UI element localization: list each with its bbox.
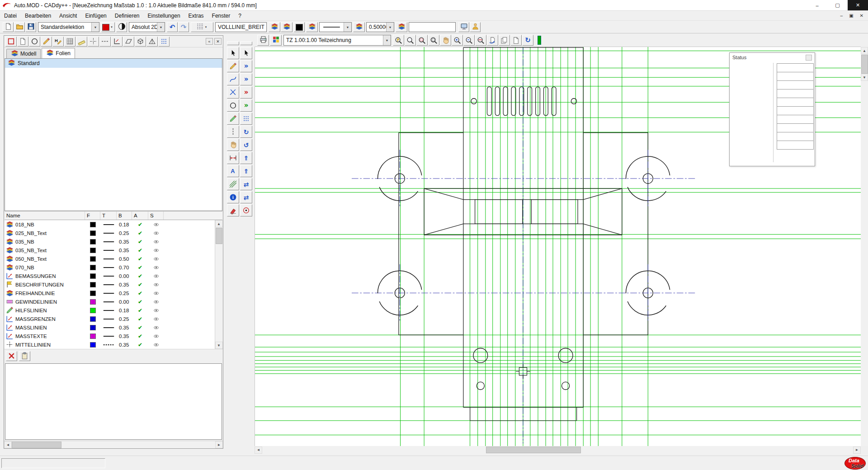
fill-mode-button[interactable]	[116, 22, 127, 32]
layer-manager-button[interactable]	[269, 22, 280, 32]
move-green-icon[interactable]: »	[240, 99, 252, 112]
print-button[interactable]	[257, 35, 269, 46]
circle-tool-icon[interactable]	[227, 99, 239, 112]
layer-visible-eye-icon[interactable]	[148, 254, 164, 263]
canvas-hscrollbar[interactable]: ◄ ►	[255, 446, 861, 454]
layer-row[interactable]: FREIHANDLINIE0.25✔	[5, 289, 215, 297]
name-field[interactable]	[409, 22, 456, 32]
layer-row[interactable]: 070_NB0.70✔	[5, 263, 215, 272]
zoom-page-icon[interactable]	[428, 35, 439, 46]
layer-color-swatch[interactable]	[90, 342, 96, 348]
layer-visible-eye-icon[interactable]	[148, 220, 164, 229]
pencil-h-icon[interactable]: H	[52, 37, 64, 47]
layer-visible-eye-icon[interactable]	[148, 280, 164, 289]
coordinate-mode-combo[interactable]: Absolut 2D▼	[129, 22, 165, 32]
redraw-icon[interactable]: ↻	[522, 35, 533, 46]
circle-tool-icon[interactable]	[29, 37, 40, 47]
palette-button[interactable]	[270, 35, 282, 46]
layer-color-swatch[interactable]	[90, 222, 96, 227]
layer-visible-eye-icon[interactable]	[148, 340, 164, 349]
prism-icon[interactable]	[146, 37, 158, 47]
layer-color-swatch[interactable]	[90, 316, 96, 322]
move-red-icon[interactable]: »	[240, 86, 252, 99]
zoom-dynamic-icon[interactable]	[405, 35, 416, 46]
layer-active-check-icon[interactable]: ✔	[132, 272, 148, 280]
scrollbar-thumb[interactable]	[486, 446, 581, 453]
line-tool-icon[interactable]	[227, 86, 239, 99]
linestyle-combo[interactable]: ▼	[319, 22, 352, 32]
select2-cursor-icon[interactable]	[240, 47, 252, 59]
layer-active-check-icon[interactable]: ✔	[132, 289, 148, 297]
pen-color-button[interactable]: ▼	[101, 22, 115, 32]
layer-color-swatch[interactable]	[90, 265, 96, 270]
layer-active-check-icon[interactable]: ✔	[132, 237, 148, 246]
layer-row[interactable]: BESCHRIFTUNGEN0.35✔	[5, 280, 215, 289]
freehand-pencil-icon[interactable]	[227, 113, 239, 125]
layer-color-swatch[interactable]	[90, 248, 96, 253]
grid-settings-button[interactable]: ▼	[191, 22, 213, 32]
construction-line-icon[interactable]	[227, 126, 239, 138]
select-frame-icon[interactable]	[5, 37, 17, 47]
raster-dots-icon[interactable]	[158, 37, 170, 47]
layer-active-check-icon[interactable]: ✔	[132, 280, 148, 289]
rotate-cw-icon[interactable]: ↻	[240, 126, 252, 138]
layer-current-button[interactable]	[396, 22, 407, 32]
layer-active-check-icon[interactable]: ✔	[132, 254, 148, 263]
layer-active-check-icon[interactable]: ✔	[132, 340, 148, 349]
layer-color-swatch[interactable]	[90, 334, 96, 339]
layer-table-scrollbar[interactable]: ▲ ▼	[215, 220, 222, 349]
menu-fenster[interactable]: Fenster	[208, 11, 235, 20]
col-header-f[interactable]: F	[85, 212, 100, 220]
layer-color-swatch[interactable]	[90, 308, 96, 313]
axis-cross-icon[interactable]	[88, 37, 99, 47]
scroll-right-icon[interactable]: ►	[853, 446, 861, 454]
scrollbar-thumb[interactable]	[216, 228, 222, 244]
workstation-button[interactable]	[458, 22, 469, 32]
dock-hscrollbar[interactable]: ◄ ►	[4, 441, 223, 448]
dim-dash-icon[interactable]	[99, 37, 111, 47]
col-header-b[interactable]: B	[117, 212, 132, 220]
layer-row[interactable]: 035_NB_Text0.35✔	[5, 246, 215, 254]
mdi-restore-button[interactable]: ▣	[849, 13, 853, 18]
scroll-down-icon[interactable]: ▼	[861, 74, 868, 81]
layer-active-check-icon[interactable]: ✔	[132, 220, 148, 229]
tab-folien[interactable]: Folien	[42, 48, 75, 58]
close-button[interactable]: ✕	[848, 0, 868, 10]
mdi-minimize-button[interactable]: –	[840, 13, 843, 18]
layer-active-check-icon[interactable]: ✔	[132, 229, 148, 237]
stretch-h-icon[interactable]: ⇄	[240, 178, 252, 190]
ruler-icon[interactable]	[76, 37, 87, 47]
move-right-alt-icon[interactable]: »	[240, 73, 252, 85]
sheet-rotate-icon[interactable]	[487, 35, 498, 46]
clipboard-icon[interactable]	[19, 351, 30, 361]
layer-row[interactable]: MITTELLINIEN0.35✔	[5, 340, 215, 349]
layer-row[interactable]: 050_NB_Text0.50✔	[5, 254, 215, 263]
layer-active-check-icon[interactable]: ✔	[132, 297, 148, 306]
layer-select-button[interactable]	[306, 22, 318, 32]
edit-pencil-icon[interactable]	[41, 37, 52, 47]
layer-active-check-icon[interactable]: ✔	[132, 315, 148, 323]
layer-color-swatch[interactable]	[90, 282, 96, 287]
pan-hand-icon[interactable]	[440, 35, 451, 46]
layer-active-check-icon[interactable]: ✔	[132, 323, 148, 332]
eraser-icon[interactable]	[227, 204, 239, 216]
layer-row[interactable]: GEWINDELINIEN0.00✔	[5, 297, 215, 306]
linewidth-combo[interactable]: 0.500000▼	[366, 22, 394, 32]
layer-visible-eye-icon[interactable]	[148, 263, 164, 272]
layer-color-swatch[interactable]	[90, 291, 96, 296]
layer-visible-eye-icon[interactable]	[148, 315, 164, 323]
minimize-button[interactable]: –	[807, 0, 827, 10]
layer-active-check-icon[interactable]: ✔	[132, 263, 148, 272]
layer-visible-eye-icon[interactable]	[148, 323, 164, 332]
snap-grid-icon[interactable]	[240, 113, 252, 125]
layer-active-check-icon[interactable]: ✔	[132, 332, 148, 340]
scroll-right-icon[interactable]: ►	[215, 441, 223, 448]
layer-visible-eye-icon[interactable]	[148, 297, 164, 306]
redo-button[interactable]: ↷	[178, 22, 189, 32]
col-header-name[interactable]: Name	[5, 212, 85, 220]
origin-target-icon[interactable]	[240, 204, 252, 216]
scroll-up-icon[interactable]: ▲	[215, 220, 223, 227]
col-header-t[interactable]: T	[100, 212, 117, 220]
menu-einstellungen[interactable]: Einstellungen	[144, 11, 184, 20]
layer-paint-button[interactable]	[281, 22, 292, 32]
